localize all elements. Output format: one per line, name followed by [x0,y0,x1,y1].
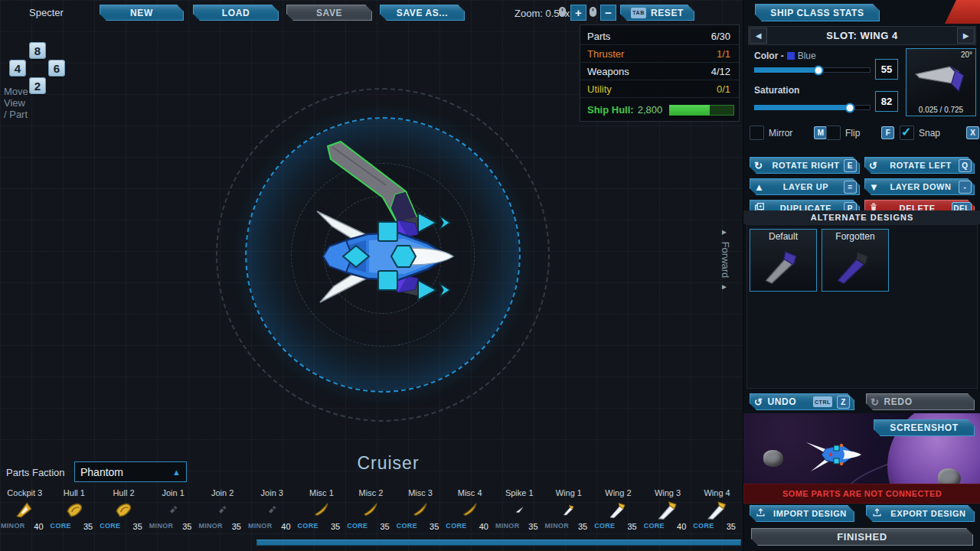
checkbox-key-badge: F [881,126,894,139]
previous-slot-button[interactable]: ◀ [750,28,767,44]
action-label: ROTATE RIGHT [768,161,844,170]
checkbox-label: Snap [919,128,940,139]
alternate-designs-title: ALTERNATE DESIGNS [743,210,980,224]
export-icon [872,507,882,520]
checkbox[interactable] [826,126,841,140]
part-action-button[interactable]: ▼ LAYER DOWN - [864,178,975,195]
save-button[interactable]: SAVE [286,5,372,21]
stat-row: Thruster 1/1 [580,45,740,63]
ship-class-stats-button[interactable]: SHIP CLASS STATS [755,4,880,21]
saturation-slider-handle[interactable] [844,103,854,112]
color-value-box[interactable]: 55 [875,59,898,80]
part-cost-value: 40 [281,522,290,531]
action-key-badge: - [959,181,972,194]
reset-view-button[interactable]: TAB RESET [620,5,694,21]
undo-button[interactable]: ↺ UNDO CTRL Z [750,393,854,410]
part-name: Misc 4 [458,488,482,497]
part-name: Join 1 [162,488,184,497]
part-cost-value: 35 [83,522,93,531]
close-button[interactable] [945,0,980,24]
new-button[interactable]: NEW [100,5,184,21]
part-item[interactable]: Join 2 MINOR 35 [198,487,247,536]
part-name: Hull 2 [113,488,134,497]
import-design-button[interactable]: IMPORT DESIGN [750,505,854,522]
part-action-button[interactable]: ↻ ROTATE RIGHT E [750,157,860,174]
next-slot-button[interactable]: ▶ [957,28,975,44]
checkbox[interactable] [750,126,764,140]
parts-faction-dropdown[interactable]: Phantom ▲ [74,461,187,482]
stat-label: Thruster [587,48,624,60]
load-button[interactable]: LOAD [193,5,279,21]
part-item[interactable]: Cockpit 3 MINOR 40 [0,487,50,536]
join-gray-icon [266,497,279,522]
part-cost-value: 35 [232,522,241,531]
checkbox-label: Mirror [769,128,792,139]
design-tile[interactable]: Default [750,229,817,292]
part-item[interactable]: Misc 3 CORE 35 [396,487,446,536]
checkbox-label: Flip [845,128,860,139]
asteroid [763,450,783,467]
zoom-in-button[interactable]: + [570,5,586,21]
part-cost-value: 40 [34,522,43,531]
saturation-slider[interactable] [754,105,871,110]
misc-gold-icon [360,497,381,522]
part-action-button[interactable]: ▲ LAYER UP = [750,178,860,195]
stat-label: Utility [587,83,612,95]
part-cost-value: 35 [627,522,636,531]
part-type-label: MINOR [149,522,174,531]
part-action-button[interactable]: ↺ ROTATE LEFT Q [864,157,975,174]
part-item[interactable]: Wing 2 CORE 35 [593,487,643,536]
part-item[interactable]: Wing 4 CORE 35 [692,487,742,536]
design-name: Default [750,231,817,242]
part-name: Cockpit 3 [7,488,42,497]
export-design-button[interactable]: EXPORT DESIGN [866,505,975,522]
color-slider[interactable] [754,67,871,73]
forward-arrow-icon: ▲ [720,229,729,236]
wing-purple-dark-icon [831,276,879,289]
stat-row: Parts 6/30 [580,28,740,45]
part-item[interactable]: Wing 3 CORE 40 [643,487,693,536]
save-as-button[interactable]: SAVE AS... [380,5,465,21]
part-meta: CORE 35 [396,522,446,531]
parts-scrollbar[interactable] [256,540,741,546]
chevron-up-icon: ▲ [172,468,181,477]
ship-stats-panel: Parts 6/30 Thruster 1/1 Weapons 4/12 Uti… [580,24,740,122]
parts-faction-label: Parts Faction [6,467,65,478]
part-item[interactable]: Wing 1 MINOR 35 [544,487,594,536]
mouse-wheel-icon [558,6,567,21]
color-slider-handle[interactable] [813,65,823,75]
saturation-value-box[interactable]: 82 [875,91,898,112]
part-item[interactable]: Hull 2 CORE 35 [99,487,149,536]
design-tile[interactable]: Forgotten [822,229,889,292]
checkbox[interactable] [900,126,914,140]
part-item[interactable]: Spike 1 MINOR 35 [495,487,544,536]
part-item[interactable]: Misc 1 CORE 35 [297,487,347,536]
zoom-out-button[interactable]: − [600,5,616,21]
part-item[interactable]: Misc 4 CORE 40 [445,487,495,536]
ship-name-label: Specter [29,7,64,18]
color-swatch [787,52,795,60]
part-item[interactable]: Hull 1 CORE 35 [50,487,100,536]
numpad-6-key: 6 [48,60,65,77]
action-label: LAYER UP [768,182,844,191]
finished-button[interactable]: FINISHED [751,528,973,546]
misc-gold-icon [459,497,481,522]
ship-design[interactable] [312,201,466,315]
design-name: Forgotten [822,231,889,242]
join-gray-icon [167,497,180,522]
screenshot-button[interactable]: SCREENSHOT [874,419,975,436]
part-meta: MINOR 35 [495,522,544,531]
part-item[interactable]: Join 3 MINOR 40 [247,487,297,536]
part-item[interactable]: Join 1 MINOR 35 [149,487,198,536]
part-name: Join 3 [261,488,283,497]
part-item[interactable]: Misc 2 CORE 35 [346,487,396,536]
part-cost-value: 40 [677,522,686,531]
stat-label: Weapons [587,66,629,77]
import-icon [756,507,766,520]
redo-button[interactable]: ↻ REDO [866,393,975,410]
asteroid [938,468,961,484]
part-type-label: CORE [51,522,71,531]
slot-title: SLOT: WING 4 [826,30,897,41]
part-meta: MINOR 35 [198,522,247,531]
export-label: EXPORT DESIGN [888,509,969,518]
